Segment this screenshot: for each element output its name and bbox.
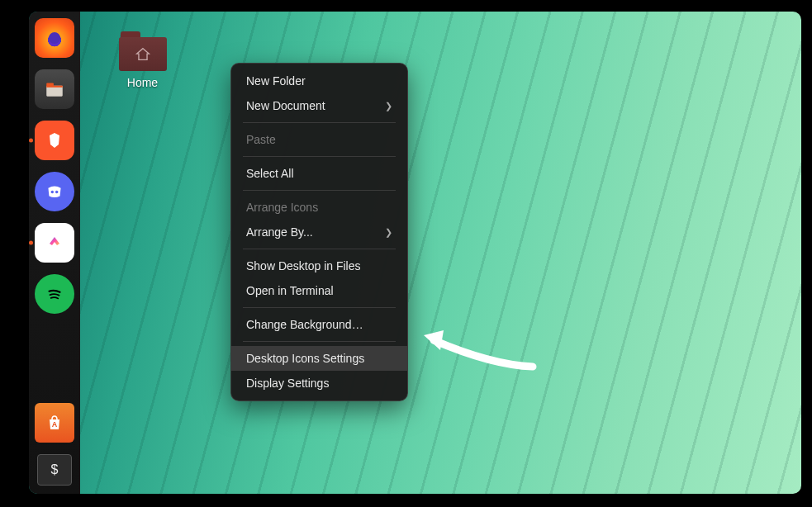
menu-item-label: Display Settings [246, 377, 329, 390]
svg-point-0 [49, 32, 60, 44]
dock-discord[interactable] [35, 172, 74, 211]
menu-new-folder[interactable]: New Folder [231, 69, 407, 93]
discord-icon [43, 180, 67, 204]
menu-separator [243, 249, 396, 249]
desktop-context-menu: New Folder New Document❯ Paste Select Al… [230, 63, 408, 401]
chevron-right-icon: ❯ [385, 101, 392, 111]
dock-clickup[interactable] [35, 223, 74, 263]
menu-item-label: Change Background… [246, 318, 363, 331]
menu-item-label: Show Desktop in Files [246, 259, 361, 272]
menu-change-background[interactable]: Change Background… [231, 312, 407, 337]
firefox-icon [43, 26, 67, 50]
terminal-icon: $ [45, 461, 64, 479]
desktop-home-folder[interactable]: Home [107, 31, 178, 89]
clickup-icon [43, 231, 67, 255]
dock: A $ [29, 12, 80, 494]
dock-software[interactable]: A [35, 403, 74, 443]
files-icon [43, 78, 67, 102]
menu-item-label: Arrange By... [246, 225, 313, 239]
svg-point-4 [51, 191, 54, 193]
menu-paste: Paste [231, 127, 407, 152]
svg-point-5 [55, 191, 58, 193]
folder-icon [119, 31, 167, 71]
desktop-icon-label: Home [127, 76, 158, 89]
dock-files[interactable] [35, 69, 74, 109]
menu-show-desktop-in-files[interactable]: Show Desktop in Files [231, 254, 407, 278]
menu-separator [243, 156, 396, 157]
dock-firefox[interactable] [35, 18, 74, 58]
spotify-icon [43, 282, 67, 306]
menu-new-document[interactable]: New Document❯ [231, 93, 407, 118]
menu-desktop-icons-settings[interactable]: Desktop Icons Settings [231, 346, 407, 371]
menu-item-label: New Folder [246, 74, 306, 88]
menu-item-label: Arrange Icons [246, 201, 318, 214]
menu-select-all[interactable]: Select All [231, 161, 407, 186]
menu-separator [243, 190, 396, 191]
menu-item-label: New Document [246, 99, 325, 112]
menu-item-label: Select All [246, 167, 294, 180]
menu-item-label: Open in Terminal [246, 284, 334, 297]
menu-open-in-terminal[interactable]: Open in Terminal [231, 278, 407, 303]
shopping-bag-icon: A [43, 411, 67, 435]
brave-icon [43, 129, 67, 153]
svg-text:A: A [52, 420, 58, 429]
dock-spotify[interactable] [35, 274, 74, 314]
dock-indicator-icon [29, 139, 33, 143]
dock-brave[interactable] [35, 121, 74, 160]
menu-item-label: Desktop Icons Settings [246, 352, 364, 365]
dock-terminal[interactable]: $ [37, 454, 72, 486]
chevron-right-icon: ❯ [385, 227, 392, 238]
menu-separator [243, 122, 396, 123]
menu-arrange-by[interactable]: Arrange By...❯ [231, 220, 407, 244]
home-icon [134, 45, 152, 64]
menu-separator [243, 307, 396, 308]
svg-rect-3 [46, 86, 63, 88]
dock-indicator-icon [29, 241, 33, 245]
menu-display-settings[interactable]: Display Settings [231, 371, 407, 396]
menu-arrange-icons: Arrange Icons [231, 195, 407, 220]
menu-item-label: Paste [246, 133, 276, 146]
menu-separator [243, 341, 396, 342]
